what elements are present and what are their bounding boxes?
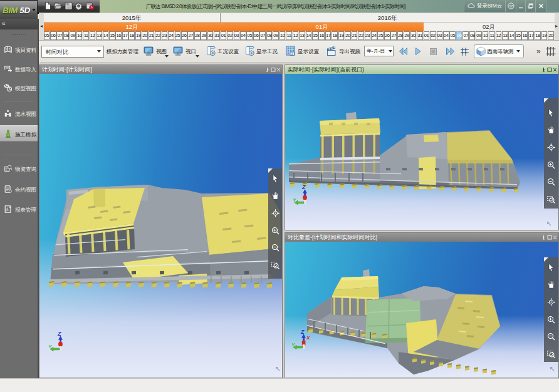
svg-text:Z: Z bbox=[300, 329, 305, 335]
svg-text:Z: Z bbox=[57, 331, 61, 337]
svg-text:Z: Z bbox=[301, 184, 306, 190]
svg-text:2: 2 bbox=[291, 52, 293, 56]
svg-text:Y: Y bbox=[48, 344, 52, 349]
svg-text:Y: Y bbox=[291, 342, 295, 348]
svg-text:X: X bbox=[306, 335, 310, 341]
svg-text:Y: Y bbox=[293, 197, 296, 203]
